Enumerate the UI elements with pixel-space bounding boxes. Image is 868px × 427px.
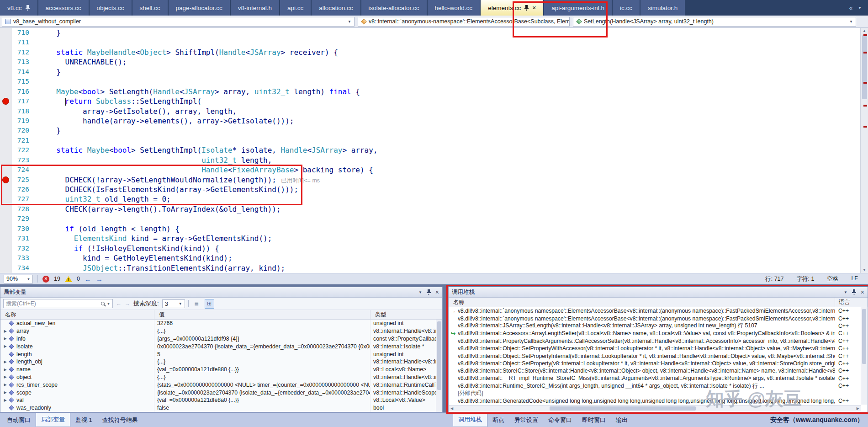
pin-icon[interactable] (852, 289, 857, 295)
callstack-row-3[interactable]: v8.dll!v8::internal::JSArray::SetLength(… (449, 322, 868, 330)
breakpoint-margin[interactable] (0, 185, 12, 194)
callstack-scrollbar[interactable] (861, 307, 867, 405)
code-text[interactable]: DCHECK(IsFastElementsKind(array->GetElem… (48, 185, 860, 194)
locals-row-object[interactable]: ▶object{...}v8::internal::Handle<v8::int… (0, 374, 442, 381)
code-text[interactable]: array->GetIsolate(), array, length, (48, 107, 860, 116)
code-text[interactable]: uint32_t old_length = 0; (48, 194, 860, 204)
code-editor[interactable]: 710 }711712 static MaybeHandle<Object> S… (0, 28, 868, 273)
code-text[interactable]: kind = GetHoleyElementsKind(kind); (48, 253, 860, 263)
code-text[interactable]: Maybe<bool> SetLength(Handle<JSArray> ar… (48, 87, 860, 96)
expander-icon[interactable]: ▶ (2, 398, 8, 402)
locals-row-rcs-timer-scope[interactable]: ▶rcs_timer_scope{stats_=0x00000000000000… (0, 381, 442, 389)
tool-tab-[interactable]: 异常设置 (509, 413, 543, 427)
locals-row-val[interactable]: ▶val{val_=0x000000a121dfe8a0 {...}}v8::L… (0, 396, 442, 404)
tool-tab-[interactable]: 输出 (611, 413, 633, 427)
code-text[interactable] (48, 37, 860, 47)
breakpoint-margin[interactable] (0, 48, 12, 57)
locals-row-length[interactable]: length5unsigned int (0, 350, 442, 358)
code-text[interactable] (48, 214, 860, 224)
code-text[interactable]: uint32_t length, (48, 155, 860, 165)
callstack-row-9[interactable]: v8.dll!v8::internal::StoreIC::Store(v8::… (449, 367, 868, 374)
locals-row-array[interactable]: ▶array{...}v8::internal::Handle<v8::int.… (0, 327, 442, 335)
breakpoint-margin[interactable] (0, 136, 12, 145)
scrollbar-thumb[interactable] (862, 35, 867, 99)
callstack-row-2[interactable]: v8.dll!v8::internal::`anonymous namespac… (449, 315, 868, 322)
tool-tab-[interactable]: 调用堆栈 (453, 413, 487, 427)
scrollbar-up-icon[interactable]: ▲ (861, 29, 868, 33)
callstack-hscrollbar[interactable]: ◀ ▶ (449, 405, 861, 411)
tab-page-allocator-cc[interactable]: page-allocator.cc (169, 0, 230, 16)
code-text[interactable]: handle(array->elements(), array->GetIsol… (48, 116, 860, 126)
scrollbar-thumb[interactable] (437, 321, 441, 390)
scrollbar-thumb[interactable] (862, 309, 866, 364)
scrollbar-thumb[interactable] (550, 406, 696, 411)
code-text[interactable]: } (48, 67, 860, 77)
breakpoint-margin[interactable] (0, 234, 12, 243)
navigate-back-icon[interactable]: ← (85, 275, 91, 283)
navigate-forward-icon[interactable]: → (96, 275, 103, 283)
callstack-row-4[interactable]: ↪v8.dll!v8::internal::Accessors::ArrayLe… (449, 330, 868, 337)
tool-tab-[interactable]: 自动窗口 (2, 413, 36, 427)
callstack-row-8[interactable]: v8.dll!v8::internal::Object::SetProperty… (449, 360, 868, 367)
breakpoint-margin[interactable] (0, 224, 12, 234)
column-header-name[interactable]: 名称 (449, 299, 835, 306)
tab-shell-cc[interactable]: shell.cc (132, 0, 168, 16)
column-header-name[interactable]: 名称 (0, 310, 154, 319)
code-text[interactable]: return Subclass::SetLengthImpl( (48, 96, 860, 106)
breakpoint-margin[interactable] (0, 67, 12, 77)
tab-list-icon[interactable]: ▼ (858, 6, 862, 10)
breakpoint-icon[interactable] (2, 176, 9, 183)
editor-scrollbar[interactable]: ▲ ▼ (860, 28, 868, 273)
column-header-language[interactable]: 语言 (835, 298, 868, 307)
code-text[interactable]: if (old_length < length) { (48, 224, 860, 234)
code-text[interactable]: CHECK(array->length().ToArrayIndex(&old_… (48, 204, 860, 214)
close-icon[interactable]: × (532, 5, 536, 11)
scope-dropdown[interactable]: v8::internal::`anonymous-namespace'::Ele… (358, 17, 570, 27)
code-text[interactable]: if (!IsHoleyElementsKind(kind)) { (48, 244, 860, 253)
tab-api-cc[interactable]: api.cc (280, 0, 311, 16)
expander-icon[interactable]: ▶ (2, 360, 8, 364)
error-icon[interactable] (42, 276, 49, 283)
locals-row-isolate[interactable]: ▶isolate0x0000023ae2704370 {isolate_data… (0, 342, 442, 350)
breakpoint-margin[interactable] (0, 253, 12, 263)
breakpoint-margin[interactable] (0, 204, 12, 214)
breakpoint-margin[interactable] (0, 263, 12, 273)
scrollbar-left-icon[interactable]: ◀ (449, 406, 455, 411)
code-text[interactable]: static MaybeHandle<Object> ShiftImpl(Han… (48, 48, 860, 57)
search-icon[interactable] (101, 302, 105, 305)
zoom-select[interactable]: 90% ▼ (4, 275, 33, 283)
breakpoint-margin[interactable] (0, 165, 12, 175)
close-icon[interactable]: × (435, 289, 439, 295)
locals-row-was-readonly[interactable]: was_readonlyfalsebool (0, 404, 442, 412)
breakpoint-margin[interactable] (0, 244, 12, 253)
window-position-icon[interactable]: ▼ (844, 290, 847, 294)
member-dropdown[interactable]: SetLength(Handle<JSArray> array, uint32_… (573, 17, 856, 27)
chevron-down-icon[interactable]: ▼ (107, 302, 110, 305)
expander-icon[interactable]: ▶ (2, 344, 8, 348)
breakpoint-margin[interactable] (0, 194, 12, 204)
tab-hello-world-cc[interactable]: hello-world.cc (428, 0, 480, 16)
locals-scrollbar[interactable] (436, 320, 442, 412)
callstack-row-13[interactable]: v8.dll!v8::internal::GeneratedCode<unsig… (449, 397, 868, 405)
scroll-tabs-left-icon[interactable]: « (849, 5, 852, 11)
expander-icon[interactable]: ▶ (2, 375, 8, 379)
breakpoint-margin[interactable] (0, 116, 12, 126)
expander-icon[interactable]: ▶ (2, 383, 8, 387)
code-text[interactable]: static Maybe<bool> SetLengthImpl(Isolate… (48, 145, 860, 155)
hex-display-button[interactable]: ≣ (192, 299, 201, 309)
callstack-row-10[interactable]: v8.dll!v8::internal::__RT_impl_Runtime_S… (449, 375, 868, 382)
callstack-row-5[interactable]: v8.dll!v8::internal::PropertyCallbackArg… (449, 337, 868, 345)
project-dropdown[interactable]: v8_base_without_compiler ▼ (2, 17, 355, 27)
tab-isolate-allocator-cc[interactable]: isolate-allocator.cc (361, 0, 427, 16)
code-text[interactable]: } (48, 28, 860, 37)
search-input[interactable] (6, 300, 99, 307)
tab-objects-cc[interactable]: objects.cc (90, 0, 132, 16)
code-text[interactable]: UNREACHABLE(); (48, 57, 860, 67)
breakpoint-margin[interactable] (0, 107, 12, 116)
locals-row-actual-new-len[interactable]: actual_new_len32766unsigned int (0, 320, 442, 327)
pin-icon[interactable] (524, 5, 529, 11)
breakpoint-icon[interactable] (2, 98, 9, 105)
expander-icon[interactable]: ▶ (2, 368, 8, 372)
callstack-row-1[interactable]: →v8.dll!v8::internal::`anonymous namespa… (449, 307, 868, 315)
tool-tab-[interactable]: 即时窗口 (577, 413, 611, 427)
